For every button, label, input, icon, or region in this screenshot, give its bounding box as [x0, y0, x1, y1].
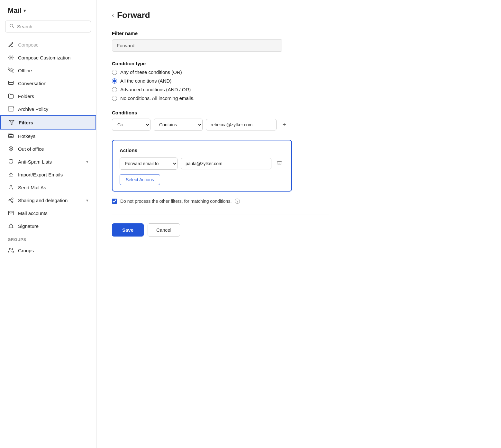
delete-action-button[interactable] — [275, 159, 284, 169]
radio-and-input[interactable] — [112, 78, 117, 84]
svg-point-21 — [9, 200, 10, 201]
sidebar-item-label: Anti-Spam Lists — [18, 159, 52, 165]
radio-none[interactable]: No conditions. All incoming emails. — [112, 95, 329, 101]
action-value-input[interactable] — [181, 158, 271, 169]
sidebar-item-label: Send Mail As — [18, 185, 46, 190]
svg-point-26 — [9, 248, 11, 250]
sidebar-item-compose-customization[interactable]: Compose Customization — [0, 51, 96, 64]
sidebar-item-label: Sharing and delegation — [18, 198, 68, 203]
actions-box: Actions Forward email to Mark as read Mo… — [112, 140, 292, 192]
save-button[interactable]: Save — [112, 223, 144, 237]
sharing-icon — [8, 197, 14, 203]
filter-name-label: Filter name — [112, 31, 329, 36]
radio-none-label: No conditions. All incoming emails. — [120, 95, 195, 101]
checkbox-label: Do not process the other filters, for ma… — [120, 199, 232, 204]
radio-none-input[interactable] — [112, 96, 117, 101]
search-box[interactable] — [5, 21, 91, 32]
sidebar-item-label: Compose Customization — [18, 55, 70, 60]
sidebar-item-send-mail-as[interactable]: Send Mail As — [0, 181, 96, 194]
condition-operator-select[interactable]: Contains Does not contain Is — [154, 119, 203, 131]
svg-marker-8 — [9, 120, 14, 125]
sidebar-item-groups[interactable]: Groups — [0, 244, 96, 257]
footer-buttons: Save Cancel — [112, 223, 329, 237]
radio-advanced-input[interactable] — [112, 87, 117, 92]
conditions-label: Conditions — [112, 110, 329, 115]
sidebar-item-mail-accounts[interactable]: Mail accounts — [0, 207, 96, 220]
cancel-button[interactable]: Cancel — [148, 223, 180, 237]
action-type-select[interactable]: Forward email to Mark as read Move to fo… — [120, 157, 178, 170]
chevron-down-icon: ▾ — [86, 198, 88, 203]
sidebar-item-label: Offline — [18, 68, 32, 73]
svg-rect-6 — [8, 107, 14, 108]
sidebar-item-hotkeys[interactable]: Hotkeys — [0, 130, 96, 142]
condition-field-select[interactable]: Cc From To Subject — [112, 119, 150, 131]
back-button[interactable]: ‹ — [112, 12, 114, 19]
actions-title: Actions — [120, 148, 284, 153]
sidebar-item-compose[interactable]: Compose — [0, 38, 96, 51]
app-title-chevron: ▾ — [23, 8, 26, 13]
app-title-text: Mail — [8, 6, 22, 15]
conversation-icon — [8, 80, 14, 86]
page-title: Forward — [117, 10, 150, 20]
sidebar-item-import-export[interactable]: Import/Export Emails — [0, 168, 96, 181]
svg-rect-4 — [9, 81, 14, 85]
offline-icon — [8, 67, 14, 74]
filter-name-input[interactable] — [112, 39, 282, 52]
sidebar-item-signature[interactable]: Signature — [0, 220, 96, 232]
condition-value-input[interactable] — [206, 119, 277, 130]
sidebar-item-label: Filters — [19, 120, 33, 125]
signature-icon — [8, 223, 14, 229]
radio-and[interactable]: All the conditions (AND) — [112, 78, 329, 84]
sidebar: Mail ▾ Compose Compose Customization — [0, 0, 96, 448]
radio-group: Any of these conditions (OR) All the con… — [112, 69, 329, 101]
archive-icon — [8, 106, 14, 112]
sidebar-item-folders[interactable]: Folders — [0, 90, 96, 103]
condition-type-section: Condition type Any of these conditions (… — [112, 61, 329, 101]
chevron-down-icon: ▾ — [86, 159, 88, 164]
radio-or-label: Any of these conditions (OR) — [120, 69, 182, 75]
svg-point-2 — [10, 57, 12, 58]
sidebar-item-label: Import/Export Emails — [18, 172, 63, 177]
sidebar-item-label: Folders — [18, 94, 34, 99]
svg-point-20 — [12, 198, 13, 200]
import-export-icon — [8, 171, 14, 178]
help-icon[interactable]: ? — [235, 199, 240, 204]
search-icon — [9, 23, 14, 30]
filter-name-section: Filter name — [112, 31, 329, 61]
sidebar-item-sharing-delegation[interactable]: Sharing and delegation ▾ — [0, 194, 96, 207]
svg-line-1 — [13, 27, 14, 28]
svg-point-22 — [12, 201, 13, 203]
sidebar-item-filters[interactable]: Filters — [0, 115, 96, 130]
compose-icon — [8, 41, 14, 48]
add-condition-button[interactable]: + — [280, 120, 289, 129]
sidebar-item-archive-policy[interactable]: Archive Policy — [0, 103, 96, 115]
radio-advanced[interactable]: Advanced conditions (AND / OR) — [112, 87, 329, 92]
out-of-office-icon — [8, 146, 14, 152]
sidebar-item-label: Out of office — [18, 146, 44, 152]
action-row: Forward email to Mark as read Move to fo… — [120, 157, 284, 170]
select-actions-button[interactable]: Select Actions — [120, 174, 160, 185]
sidebar-item-anti-spam[interactable]: Anti-Spam Lists ▾ — [0, 155, 96, 168]
main-content: ‹ Forward Filter name Condition type Any… — [96, 0, 501, 448]
svg-point-19 — [10, 185, 12, 187]
sidebar-item-conversation[interactable]: Conversation — [0, 77, 96, 90]
hotkeys-icon — [8, 133, 14, 139]
svg-line-23 — [10, 201, 12, 202]
groups-icon — [8, 247, 14, 254]
no-process-checkbox[interactable] — [112, 199, 117, 204]
groups-label: GROUPS — [0, 232, 96, 244]
svg-rect-9 — [9, 135, 14, 138]
divider — [112, 214, 329, 214]
sidebar-item-out-of-office[interactable]: Out of office — [0, 142, 96, 155]
sidebar-item-offline[interactable]: Offline — [0, 64, 96, 77]
search-input[interactable] — [17, 24, 87, 29]
sidebar-item-label: Conversation — [18, 81, 46, 86]
sidebar-item-label: Archive Policy — [18, 106, 48, 112]
app-title[interactable]: Mail ▾ — [0, 6, 96, 21]
conditions-section: Conditions Cc From To Subject Contains D… — [112, 110, 329, 131]
back-header: ‹ Forward — [112, 10, 329, 20]
radio-or[interactable]: Any of these conditions (OR) — [112, 69, 329, 75]
anti-spam-icon — [8, 158, 14, 165]
radio-or-input[interactable] — [112, 70, 117, 75]
mail-accounts-icon — [8, 210, 14, 216]
